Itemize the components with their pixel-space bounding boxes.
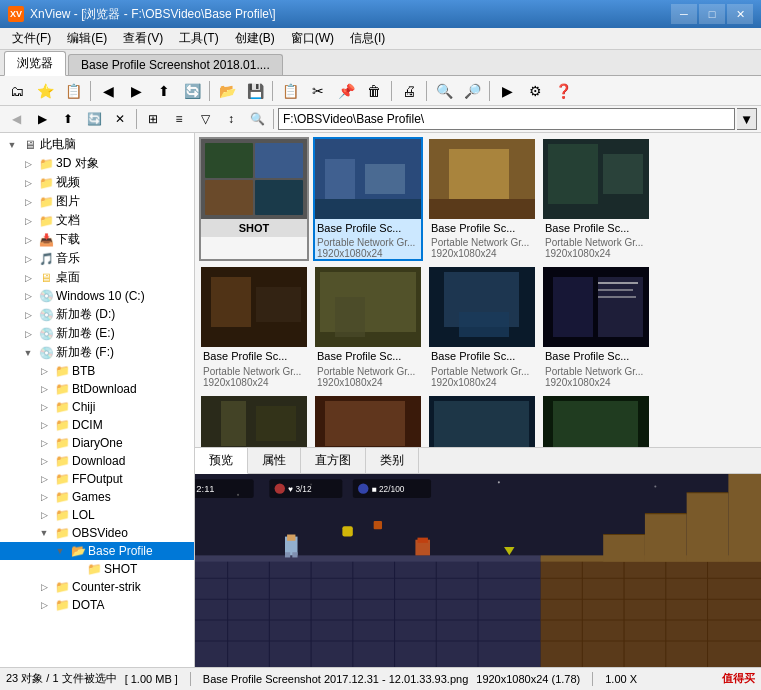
expand-icon: ▷: [20, 288, 36, 304]
close-button[interactable]: ✕: [727, 4, 753, 24]
tree-item-downloads[interactable]: ▷ 📥 下载: [0, 230, 194, 249]
thumb-item-4[interactable]: Base Profile Sc... Portable Network Gr..…: [199, 265, 309, 389]
folder-icon: 🎵: [38, 252, 54, 266]
expand-icon: ▼: [36, 525, 52, 541]
nav-forward[interactable]: ▶: [30, 108, 54, 130]
folder-icon: 📁: [54, 418, 70, 432]
tool-print[interactable]: 🖨: [396, 79, 422, 103]
tree-item-diaryone[interactable]: ▷ 📁 DiaryOne: [0, 434, 194, 452]
thumb-item-11[interactable]: [541, 394, 651, 447]
thumb-item-6[interactable]: Base Profile Sc... Portable Network Gr..…: [427, 265, 537, 389]
tree-item-d[interactable]: ▷ 💿 新加卷 (D:): [0, 305, 194, 324]
nav-up[interactable]: ⬆: [56, 108, 80, 130]
menu-window[interactable]: 窗口(W): [283, 28, 342, 49]
menu-edit[interactable]: 编辑(E): [59, 28, 115, 49]
nav-stop[interactable]: ✕: [108, 108, 132, 130]
tab-attributes[interactable]: 属性: [248, 448, 301, 473]
thumb-item-5[interactable]: Base Profile Sc... Portable Network Gr..…: [313, 265, 423, 389]
thumb-sub2-1: 1920x1080x24: [315, 248, 421, 259]
tool-slideshow[interactable]: ▶: [494, 79, 520, 103]
tree-item-lol[interactable]: ▷ 📁 LOL: [0, 506, 194, 524]
tool-zoom-in[interactable]: 🔍: [431, 79, 457, 103]
tree-item-shot[interactable]: 📁 SHOT: [0, 560, 194, 578]
tool-open[interactable]: 📂: [214, 79, 240, 103]
address-input[interactable]: [278, 108, 735, 130]
tree-item-obsvideo[interactable]: ▼ 📁 OBSVideo: [0, 524, 194, 542]
tool-favorite[interactable]: ⭐: [32, 79, 58, 103]
tree-item-ffoutput[interactable]: ▷ 📁 FFOutput: [0, 470, 194, 488]
thumb-item-8[interactable]: [199, 394, 309, 447]
tree-item-download[interactable]: ▷ 📁 Download: [0, 452, 194, 470]
tree-item-dcim[interactable]: ▷ 📁 DCIM: [0, 416, 194, 434]
tree-item-chiji[interactable]: ▷ 📁 Chiji: [0, 398, 194, 416]
menu-file[interactable]: 文件(F): [4, 28, 59, 49]
tree-item-dota[interactable]: ▷ 📁 DOTA: [0, 596, 194, 614]
tab-histogram[interactable]: 直方图: [301, 448, 366, 473]
expand-icon: ▷: [36, 453, 52, 469]
tab-browser[interactable]: 浏览器: [4, 51, 66, 76]
tool-save[interactable]: 💾: [242, 79, 268, 103]
tree-item-pictures[interactable]: ▷ 📁 图片: [0, 192, 194, 211]
thumb-item-3[interactable]: Base Profile Sc... Portable Network Gr..…: [541, 137, 651, 261]
tree-item-video[interactable]: ▷ 📁 视频: [0, 173, 194, 192]
status-dimensions: 1920x1080x24 (1.78): [476, 673, 580, 685]
thumb-sub1-4: Portable Network Gr...: [201, 366, 307, 377]
tree-item-3d[interactable]: ▷ 📁 3D 对象: [0, 154, 194, 173]
tree-item-computer[interactable]: ▼ 🖥 此电脑: [0, 135, 194, 154]
maximize-button[interactable]: □: [699, 4, 725, 24]
tab-preview[interactable]: 预览: [195, 448, 248, 474]
menu-create[interactable]: 创建(B): [227, 28, 283, 49]
tree-item-e[interactable]: ▷ 💿 新加卷 (E:): [0, 324, 194, 343]
tool-copy[interactable]: 📋: [277, 79, 303, 103]
nav-sort[interactable]: ↕: [219, 108, 243, 130]
tree-item-f[interactable]: ▼ 💿 新加卷 (F:): [0, 343, 194, 362]
tool-settings[interactable]: ⚙: [522, 79, 548, 103]
menu-view[interactable]: 查看(V): [115, 28, 171, 49]
tab-screenshot[interactable]: Base Profile Screenshot 2018.01....: [68, 54, 283, 75]
tool-up[interactable]: ⬆: [151, 79, 177, 103]
thumb-item-9[interactable]: [313, 394, 423, 447]
nav-list[interactable]: ≡: [167, 108, 191, 130]
thumb-img-shot: [201, 139, 307, 219]
nav-filter[interactable]: ▽: [193, 108, 217, 130]
tree-item-docs[interactable]: ▷ 📁 文档: [0, 211, 194, 230]
nav-grid[interactable]: ⊞: [141, 108, 165, 130]
tree-item-btb[interactable]: ▷ 📁 BTB: [0, 362, 194, 380]
tool-delete[interactable]: 🗑: [361, 79, 387, 103]
nav-refresh[interactable]: 🔄: [82, 108, 106, 130]
tool-help[interactable]: ❓: [550, 79, 576, 103]
address-dropdown[interactable]: ▼: [737, 108, 757, 130]
thumb-item-10[interactable]: [427, 394, 537, 447]
tree-item-counterstrike[interactable]: ▷ 📁 Counter-strik: [0, 578, 194, 596]
tool-next[interactable]: ▶: [123, 79, 149, 103]
thumb-item-2[interactable]: Base Profile Sc... Portable Network Gr..…: [427, 137, 537, 261]
tree-item-games[interactable]: ▷ 📁 Games: [0, 488, 194, 506]
tree-item-music[interactable]: ▷ 🎵 音乐: [0, 249, 194, 268]
tab-bar: 浏览器 Base Profile Screenshot 2018.01....: [0, 50, 761, 76]
tool-refresh[interactable]: 🔄: [179, 79, 205, 103]
tree-item-btdownload[interactable]: ▷ 📁 BtDownload: [0, 380, 194, 398]
folder-icon: 📁: [54, 490, 70, 504]
tool-info[interactable]: 📋: [60, 79, 86, 103]
minimize-button[interactable]: ─: [671, 4, 697, 24]
svg-rect-31: [434, 401, 529, 447]
menu-info[interactable]: 信息(I): [342, 28, 393, 49]
menu-tools[interactable]: 工具(T): [171, 28, 226, 49]
status-sep1: [190, 672, 191, 686]
tree-item-c[interactable]: ▷ 💿 Windows 10 (C:): [0, 287, 194, 305]
thumb-label-5: Base Profile Sc...: [315, 347, 421, 365]
thumb-shot[interactable]: SHOT: [199, 137, 309, 261]
tree-item-desktop[interactable]: ▷ 🖥 桌面: [0, 268, 194, 287]
nav-back[interactable]: ◀: [4, 108, 28, 130]
tab-category[interactable]: 类别: [366, 448, 419, 473]
tool-prev[interactable]: ◀: [95, 79, 121, 103]
thumb-item-1[interactable]: Base Profile Sc... Portable Network Gr..…: [313, 137, 423, 261]
expand-icon: ▷: [20, 156, 36, 172]
tool-zoom-out[interactable]: 🔎: [459, 79, 485, 103]
tree-item-base-profile[interactable]: ▼ 📂 Base Profile: [0, 542, 194, 560]
tool-paste[interactable]: 📌: [333, 79, 359, 103]
nav-search[interactable]: 🔍: [245, 108, 269, 130]
thumb-item-7[interactable]: Base Profile Sc... Portable Network Gr..…: [541, 265, 651, 389]
tool-cut[interactable]: ✂: [305, 79, 331, 103]
tool-browse[interactable]: 🗂: [4, 79, 30, 103]
